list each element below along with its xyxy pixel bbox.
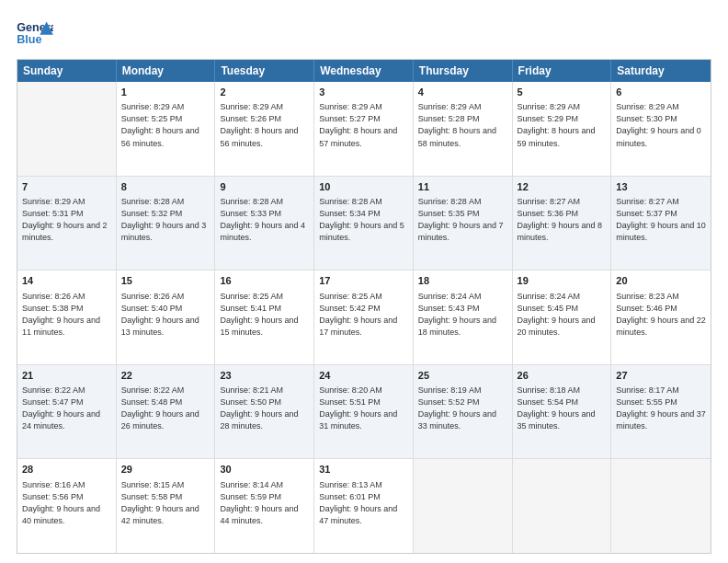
cell-info: Sunrise: 8:28 AMSunset: 5:32 PMDaylight:… <box>121 196 210 244</box>
day-cell-5: 5Sunrise: 8:29 AMSunset: 5:29 PMDaylight… <box>513 82 612 176</box>
cell-info: Sunrise: 8:21 AMSunset: 5:50 PMDaylight:… <box>220 385 309 432</box>
empty-cell <box>17 82 117 176</box>
cell-info: Sunrise: 8:26 AMSunset: 5:40 PMDaylight:… <box>121 291 210 339</box>
day-number: 24 <box>319 369 408 383</box>
day-number: 23 <box>220 369 309 383</box>
day-number: 27 <box>616 369 706 383</box>
cell-info: Sunrise: 8:24 AMSunset: 5:43 PMDaylight:… <box>418 291 507 339</box>
day-number: 22 <box>121 369 210 383</box>
day-number: 8 <box>121 180 210 194</box>
day-cell-11: 11Sunrise: 8:28 AMSunset: 5:35 PMDayligh… <box>414 177 513 270</box>
cell-info: Sunrise: 8:19 AMSunset: 5:52 PMDaylight:… <box>418 385 507 432</box>
day-cell-24: 24Sunrise: 8:20 AMSunset: 5:51 PMDayligh… <box>314 365 414 459</box>
day-number: 12 <box>518 180 607 194</box>
calendar: SundayMondayTuesdayWednesdayThursdayFrid… <box>17 59 711 554</box>
day-cell-4: 4Sunrise: 8:29 AMSunset: 5:28 PMDaylight… <box>414 82 513 176</box>
cell-info: Sunrise: 8:29 AMSunset: 5:29 PMDaylight:… <box>518 101 607 149</box>
cell-info: Sunrise: 8:14 AMSunset: 5:59 PMDaylight:… <box>220 479 309 527</box>
header-day-saturday: Saturday <box>611 60 711 82</box>
cell-info: Sunrise: 8:29 AMSunset: 5:25 PMDaylight:… <box>121 101 210 149</box>
day-number: 4 <box>418 86 507 99</box>
cell-info: Sunrise: 8:15 AMSunset: 5:58 PMDaylight:… <box>121 479 210 527</box>
page: General Blue SundayMondayTuesdayWednesda… <box>0 0 728 563</box>
cell-info: Sunrise: 8:29 AMSunset: 5:31 PMDaylight:… <box>22 196 111 244</box>
day-number: 6 <box>616 86 706 99</box>
cell-info: Sunrise: 8:16 AMSunset: 5:56 PMDaylight:… <box>22 479 111 527</box>
day-cell-2: 2Sunrise: 8:29 AMSunset: 5:26 PMDaylight… <box>215 82 314 176</box>
cell-info: Sunrise: 8:17 AMSunset: 5:55 PMDaylight:… <box>616 385 706 432</box>
calendar-row: 21Sunrise: 8:22 AMSunset: 5:47 PMDayligh… <box>17 365 711 460</box>
day-cell-30: 30Sunrise: 8:14 AMSunset: 5:59 PMDayligh… <box>215 459 314 553</box>
day-number: 2 <box>220 86 309 99</box>
cell-info: Sunrise: 8:22 AMSunset: 5:47 PMDaylight:… <box>22 385 111 432</box>
header-day-friday: Friday <box>513 60 612 82</box>
day-number: 31 <box>319 463 408 477</box>
day-cell-13: 13Sunrise: 8:27 AMSunset: 5:37 PMDayligh… <box>611 177 711 270</box>
day-cell-9: 9Sunrise: 8:28 AMSunset: 5:33 PMDaylight… <box>215 177 314 270</box>
cell-info: Sunrise: 8:28 AMSunset: 5:33 PMDaylight:… <box>220 196 309 244</box>
day-cell-1: 1Sunrise: 8:29 AMSunset: 5:25 PMDaylight… <box>117 82 216 176</box>
day-cell-10: 10Sunrise: 8:28 AMSunset: 5:34 PMDayligh… <box>314 177 414 270</box>
logo: General Blue <box>17 17 53 50</box>
cell-info: Sunrise: 8:28 AMSunset: 5:35 PMDaylight:… <box>418 196 507 244</box>
cell-info: Sunrise: 8:23 AMSunset: 5:46 PMDaylight:… <box>616 291 706 339</box>
day-cell-31: 31Sunrise: 8:13 AMSunset: 6:01 PMDayligh… <box>314 459 414 553</box>
header: General Blue <box>17 17 711 50</box>
calendar-body: 1Sunrise: 8:29 AMSunset: 5:25 PMDaylight… <box>17 82 711 553</box>
cell-info: Sunrise: 8:29 AMSunset: 5:30 PMDaylight:… <box>616 101 706 149</box>
day-number: 16 <box>220 274 309 288</box>
day-cell-20: 20Sunrise: 8:23 AMSunset: 5:46 PMDayligh… <box>611 270 711 364</box>
cell-info: Sunrise: 8:29 AMSunset: 5:26 PMDaylight:… <box>220 101 309 149</box>
calendar-row: 28Sunrise: 8:16 AMSunset: 5:56 PMDayligh… <box>17 459 711 553</box>
header-day-wednesday: Wednesday <box>314 60 414 82</box>
day-cell-8: 8Sunrise: 8:28 AMSunset: 5:32 PMDaylight… <box>117 177 216 270</box>
header-day-sunday: Sunday <box>17 60 117 82</box>
day-number: 30 <box>220 463 309 477</box>
day-cell-6: 6Sunrise: 8:29 AMSunset: 5:30 PMDaylight… <box>611 82 711 176</box>
cell-info: Sunrise: 8:25 AMSunset: 5:42 PMDaylight:… <box>319 291 408 339</box>
day-cell-25: 25Sunrise: 8:19 AMSunset: 5:52 PMDayligh… <box>414 365 513 459</box>
day-cell-21: 21Sunrise: 8:22 AMSunset: 5:47 PMDayligh… <box>17 365 117 459</box>
day-number: 26 <box>518 369 607 383</box>
day-number: 19 <box>518 274 607 288</box>
cell-info: Sunrise: 8:26 AMSunset: 5:38 PMDaylight:… <box>22 291 111 339</box>
day-number: 5 <box>518 86 607 99</box>
day-cell-29: 29Sunrise: 8:15 AMSunset: 5:58 PMDayligh… <box>117 459 216 553</box>
cell-info: Sunrise: 8:20 AMSunset: 5:51 PMDaylight:… <box>319 385 408 432</box>
day-number: 10 <box>319 180 408 194</box>
day-cell-22: 22Sunrise: 8:22 AMSunset: 5:48 PMDayligh… <box>117 365 216 459</box>
logo-icon: General Blue <box>17 17 53 50</box>
cell-info: Sunrise: 8:18 AMSunset: 5:54 PMDaylight:… <box>518 385 607 432</box>
day-cell-12: 12Sunrise: 8:27 AMSunset: 5:36 PMDayligh… <box>513 177 612 270</box>
cell-info: Sunrise: 8:22 AMSunset: 5:48 PMDaylight:… <box>121 385 210 432</box>
day-cell-17: 17Sunrise: 8:25 AMSunset: 5:42 PMDayligh… <box>314 270 414 364</box>
cell-info: Sunrise: 8:24 AMSunset: 5:45 PMDaylight:… <box>518 291 607 339</box>
day-number: 17 <box>319 274 408 288</box>
day-number: 14 <box>22 274 111 288</box>
header-day-tuesday: Tuesday <box>215 60 314 82</box>
header-day-thursday: Thursday <box>414 60 513 82</box>
day-cell-26: 26Sunrise: 8:18 AMSunset: 5:54 PMDayligh… <box>513 365 612 459</box>
day-number: 18 <box>418 274 507 288</box>
empty-cell <box>513 459 612 553</box>
day-number: 7 <box>22 180 111 194</box>
day-cell-19: 19Sunrise: 8:24 AMSunset: 5:45 PMDayligh… <box>513 270 612 364</box>
calendar-row: 14Sunrise: 8:26 AMSunset: 5:38 PMDayligh… <box>17 270 711 365</box>
day-number: 28 <box>22 463 111 477</box>
day-cell-3: 3Sunrise: 8:29 AMSunset: 5:27 PMDaylight… <box>314 82 414 176</box>
svg-text:Blue: Blue <box>17 33 41 46</box>
calendar-row: 7Sunrise: 8:29 AMSunset: 5:31 PMDaylight… <box>17 177 711 271</box>
day-number: 1 <box>121 86 210 99</box>
cell-info: Sunrise: 8:29 AMSunset: 5:28 PMDaylight:… <box>418 101 507 149</box>
day-cell-23: 23Sunrise: 8:21 AMSunset: 5:50 PMDayligh… <box>215 365 314 459</box>
day-number: 21 <box>22 369 111 383</box>
cell-info: Sunrise: 8:27 AMSunset: 5:37 PMDaylight:… <box>616 196 706 244</box>
day-cell-28: 28Sunrise: 8:16 AMSunset: 5:56 PMDayligh… <box>17 459 117 553</box>
cell-info: Sunrise: 8:29 AMSunset: 5:27 PMDaylight:… <box>319 101 408 149</box>
day-number: 20 <box>616 274 706 288</box>
calendar-row: 1Sunrise: 8:29 AMSunset: 5:25 PMDaylight… <box>17 82 711 177</box>
empty-cell <box>611 459 711 553</box>
cell-info: Sunrise: 8:13 AMSunset: 6:01 PMDaylight:… <box>319 479 408 527</box>
day-number: 3 <box>319 86 408 99</box>
day-cell-18: 18Sunrise: 8:24 AMSunset: 5:43 PMDayligh… <box>414 270 513 364</box>
